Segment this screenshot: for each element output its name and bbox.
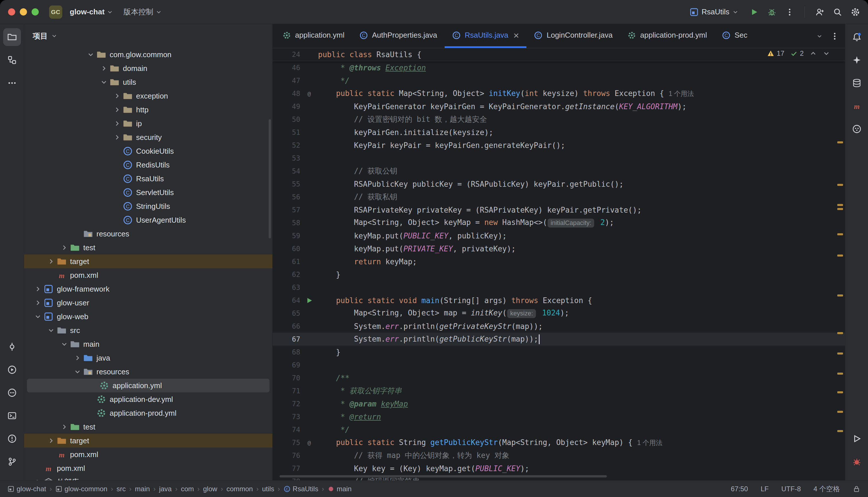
tool-messages-button[interactable] — [3, 384, 21, 402]
chevron-right-icon[interactable] — [112, 130, 123, 144]
code-line-56[interactable]: 56 // 获取私钥 — [273, 190, 845, 203]
horizontal-scrollbar[interactable] — [280, 475, 607, 478]
chevron-down-icon[interactable] — [98, 75, 109, 89]
code-line-59[interactable]: 59 keyMap.put(PUBLIC_KEY, publicKey); — [273, 229, 845, 242]
code-line-60[interactable]: 60 keyMap.put(PRIVATE_KEY, privateKey); — [273, 242, 845, 255]
tree-item-security[interactable]: security — [24, 130, 273, 144]
project-selector[interactable]: glow-chat — [67, 5, 116, 19]
breadcrumb-java[interactable]: java — [159, 485, 172, 493]
tree-item-glow-user[interactable]: glow-user — [24, 296, 273, 310]
tool-problems-button[interactable] — [3, 430, 21, 448]
code-line-75[interactable]: 75@ public static String getPublicKeyStr… — [273, 436, 845, 449]
warning-stripe-mark[interactable] — [837, 141, 843, 143]
code-line-61[interactable]: 61 return keyMap; — [273, 255, 845, 268]
tree-item-com.glow.common[interactable]: com.glow.common — [24, 48, 273, 61]
code-with-me-button[interactable] — [815, 8, 824, 17]
settings-button[interactable] — [851, 8, 860, 17]
breadcrumb-glow[interactable]: glow — [203, 485, 217, 493]
more-actions-button[interactable] — [785, 8, 794, 17]
tab-application-prod.yml[interactable]: application-prod.yml — [620, 24, 715, 48]
close-icon[interactable]: × — [514, 30, 519, 40]
tree-item-pom.xml[interactable]: mpom.xml — [24, 448, 273, 462]
warnings-indicator[interactable]: 17 — [767, 49, 784, 57]
ok-indicator[interactable]: 2 — [790, 49, 804, 57]
code-line-62[interactable]: 62 } — [273, 268, 845, 281]
tool-database-button[interactable] — [848, 74, 866, 92]
tab-AuthProperties.java[interactable]: CAuthProperties.java — [352, 24, 445, 48]
project-tree-scrollbar[interactable] — [269, 119, 271, 239]
chevron-down-icon[interactable] — [45, 324, 57, 337]
tree-item-pom.xml[interactable]: mpom.xml — [24, 462, 273, 475]
chevron-down-icon[interactable] — [85, 48, 97, 61]
tree-item-外部库[interactable]: 外部库 — [24, 475, 273, 480]
tree-item-glow-web[interactable]: glow-web — [24, 310, 273, 324]
code-line-70[interactable]: 70 /** — [273, 371, 845, 384]
code-line-54[interactable]: 54 // 获取公钥 — [273, 165, 845, 178]
chevron-down-icon[interactable] — [72, 365, 83, 379]
warning-stripe-mark[interactable] — [837, 184, 843, 186]
tree-item-resources[interactable]: resources — [24, 227, 273, 241]
code-line-48[interactable]: 48@ public static Map<String, Object> in… — [273, 87, 845, 100]
code-line-53[interactable]: 53 — [273, 152, 845, 165]
tool-commit-button[interactable] — [3, 338, 21, 356]
tool-run-anything-button[interactable] — [848, 430, 866, 448]
chevron-right-icon[interactable] — [32, 282, 44, 296]
hidden-tabs-button[interactable] — [816, 33, 823, 39]
breadcrumb-glow-chat[interactable]: glow-chat — [8, 485, 46, 493]
tool-terminal-button[interactable] — [3, 407, 21, 425]
search-everywhere-button[interactable] — [833, 8, 842, 17]
tree-item-domain[interactable]: domain — [24, 61, 273, 75]
breadcrumb-glow-common[interactable]: glow-common — [55, 485, 107, 493]
code-line-74[interactable]: 74 */ — [273, 423, 845, 436]
chevron-right-icon[interactable] — [112, 117, 123, 130]
tree-item-resources[interactable]: resources — [24, 365, 273, 379]
sticky-line[interactable]: 24public class RsaUtils { — [273, 48, 845, 61]
code-line-47[interactable]: 47 */ — [273, 74, 845, 87]
warning-stripe-mark[interactable] — [837, 411, 843, 413]
zoom-window-button[interactable] — [32, 8, 39, 15]
tree-item-exception[interactable]: exception — [24, 89, 273, 103]
breadcrumb-main[interactable]: main — [327, 485, 352, 493]
tree-item-java[interactable]: java — [24, 351, 273, 365]
tool-project-folder-button[interactable] — [3, 28, 21, 46]
code-line-69[interactable]: 69 — [273, 358, 845, 371]
tab-application.yml[interactable]: application.yml — [275, 24, 352, 48]
code-line-72[interactable]: 72 * @param keyMap — [273, 397, 845, 410]
code-line-77[interactable]: 77 Key key = (Key) keyMap.get(PUBLIC_KEY… — [273, 462, 845, 475]
run-button[interactable] — [749, 8, 759, 17]
tree-item-application.yml[interactable]: application.yml — [27, 379, 269, 393]
code-line-57[interactable]: 57 RSAPrivateKey privateKey = (RSAPrivat… — [273, 203, 845, 216]
chevron-right-icon[interactable] — [112, 89, 123, 103]
breadcrumb-RsaUtils[interactable]: CRsaUtils — [284, 485, 318, 493]
chevron-right-icon[interactable] — [59, 241, 70, 255]
tab-LoginController.java[interactable]: CLoginController.java — [526, 24, 620, 48]
code-line-63[interactable]: 63 — [273, 281, 845, 294]
chevron-right-icon[interactable] — [32, 296, 44, 310]
run-configuration-selector[interactable]: RsaUtils — [687, 6, 741, 18]
tree-item-main[interactable]: main — [24, 337, 273, 351]
tool-services-button[interactable] — [3, 361, 21, 379]
tree-item-src[interactable]: src — [24, 324, 273, 337]
chevron-right-icon[interactable] — [98, 61, 109, 75]
run-gutter-icon[interactable] — [305, 297, 313, 304]
code-line-49[interactable]: 49 KeyPairGenerator keyPairGen = KeyPair… — [273, 100, 845, 113]
chevron-right-icon[interactable] — [59, 420, 70, 434]
project-panel-header[interactable]: 项目 — [24, 24, 273, 48]
chevron-right-icon[interactable] — [45, 255, 57, 268]
tree-item-application-prod.yml[interactable]: application-prod.yml — [24, 406, 273, 420]
warning-stripe-mark[interactable] — [837, 204, 843, 206]
tree-item-target[interactable]: target — [24, 255, 273, 268]
tab-options-button[interactable] — [830, 32, 839, 41]
vcs-menu[interactable]: 版本控制 — [120, 4, 165, 19]
code-line-50[interactable]: 50 // 设置密钥对的 bit 数，越大越安全 — [273, 113, 845, 126]
tool-structure-button[interactable] — [3, 51, 21, 69]
chevron-down-icon[interactable] — [59, 337, 70, 351]
file-encoding[interactable]: UTF-8 — [781, 485, 801, 493]
chevron-right-icon[interactable] — [72, 351, 83, 365]
code-area[interactable]: 46 * @throws Exception47 */48@ public st… — [273, 48, 845, 480]
warning-stripe-mark[interactable] — [837, 332, 843, 334]
tool-profiler-button[interactable] — [848, 453, 866, 471]
indent-style[interactable]: 4 个空格 — [813, 484, 840, 494]
code-line-46[interactable]: 46 * @throws Exception — [273, 61, 845, 74]
chevron-right-icon[interactable] — [112, 103, 123, 117]
